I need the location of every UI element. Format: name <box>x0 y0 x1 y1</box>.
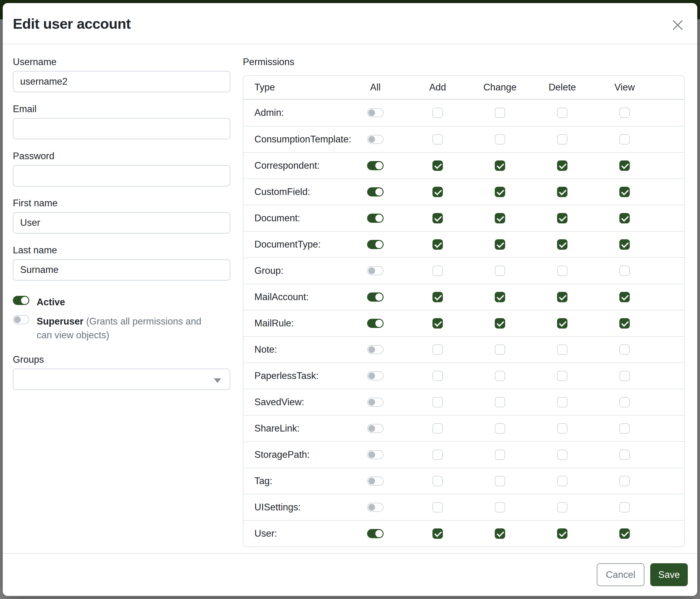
perm-all-toggle[interactable] <box>367 240 383 249</box>
superuser-toggle[interactable] <box>13 315 29 324</box>
perm-all-toggle[interactable] <box>367 161 383 170</box>
perm-delete-checkbox[interactable] <box>557 318 568 329</box>
perm-change-checkbox[interactable] <box>495 134 505 145</box>
perm-add-checkbox[interactable] <box>432 344 443 355</box>
perm-all-toggle[interactable] <box>367 529 383 538</box>
perm-delete-checkbox[interactable] <box>557 397 568 407</box>
perm-change-checkbox[interactable] <box>495 187 505 197</box>
active-toggle[interactable] <box>13 296 29 305</box>
perm-view-checkbox[interactable] <box>619 371 630 381</box>
first-name-input[interactable] <box>13 212 230 234</box>
perm-change-checkbox[interactable] <box>495 213 505 223</box>
perm-delete-checkbox[interactable] <box>557 476 568 486</box>
perm-delete-checkbox[interactable] <box>557 239 568 250</box>
perm-view-checkbox[interactable] <box>619 450 630 460</box>
perm-add-checkbox[interactable] <box>432 502 443 512</box>
perm-change-checkbox[interactable] <box>495 450 505 460</box>
perm-all-toggle[interactable] <box>367 214 383 223</box>
perm-delete-checkbox[interactable] <box>557 266 568 276</box>
email-input[interactable] <box>13 118 230 139</box>
perm-change-checkbox[interactable] <box>495 502 505 512</box>
perm-delete-checkbox[interactable] <box>557 502 568 512</box>
perm-delete-checkbox[interactable] <box>557 213 568 223</box>
perm-change-checkbox[interactable] <box>495 528 505 539</box>
perm-change-checkbox[interactable] <box>495 476 505 486</box>
perm-all-toggle[interactable] <box>367 503 383 512</box>
last-name-input[interactable] <box>13 259 230 281</box>
permission-cell-change <box>469 528 531 539</box>
perm-delete-checkbox[interactable] <box>557 292 568 302</box>
perm-add-checkbox[interactable] <box>432 107 443 118</box>
perm-all-toggle[interactable] <box>367 424 383 433</box>
groups-select[interactable] <box>13 368 230 390</box>
permission-cell-add <box>406 528 469 539</box>
perm-change-checkbox[interactable] <box>495 107 505 118</box>
username-input[interactable] <box>13 71 230 92</box>
perm-add-checkbox[interactable] <box>432 213 443 223</box>
perm-change-checkbox[interactable] <box>495 423 505 434</box>
perm-all-toggle[interactable] <box>367 135 383 144</box>
perm-change-checkbox[interactable] <box>495 239 505 250</box>
perm-delete-checkbox[interactable] <box>557 107 568 118</box>
perm-view-checkbox[interactable] <box>619 161 630 171</box>
perm-delete-checkbox[interactable] <box>557 371 568 381</box>
cancel-button[interactable]: Cancel <box>597 563 645 586</box>
perm-delete-checkbox[interactable] <box>557 161 568 171</box>
perm-view-checkbox[interactable] <box>619 239 630 250</box>
perm-view-checkbox[interactable] <box>619 266 630 276</box>
perm-all-toggle[interactable] <box>367 371 383 381</box>
perm-add-checkbox[interactable] <box>432 423 443 434</box>
column-header-delete: Delete <box>531 82 593 93</box>
perm-change-checkbox[interactable] <box>495 266 505 276</box>
perm-add-checkbox[interactable] <box>432 450 443 460</box>
perm-all-toggle[interactable] <box>367 345 383 354</box>
perm-all-toggle[interactable] <box>367 187 383 196</box>
perm-delete-checkbox[interactable] <box>557 187 568 197</box>
perm-view-checkbox[interactable] <box>619 213 630 223</box>
perm-view-checkbox[interactable] <box>619 292 630 302</box>
perm-change-checkbox[interactable] <box>495 161 505 171</box>
perm-delete-checkbox[interactable] <box>557 450 568 460</box>
perm-add-checkbox[interactable] <box>432 134 443 145</box>
perm-all-toggle[interactable] <box>367 319 383 328</box>
perm-delete-checkbox[interactable] <box>557 423 568 434</box>
perm-add-checkbox[interactable] <box>432 161 443 171</box>
perm-view-checkbox[interactable] <box>619 423 630 434</box>
perm-add-checkbox[interactable] <box>432 318 443 329</box>
perm-all-toggle[interactable] <box>367 398 383 407</box>
perm-all-toggle[interactable] <box>367 476 383 486</box>
password-input[interactable] <box>13 165 230 186</box>
perm-add-checkbox[interactable] <box>432 266 443 276</box>
perm-add-checkbox[interactable] <box>432 292 443 302</box>
perm-view-checkbox[interactable] <box>619 107 630 118</box>
perm-add-checkbox[interactable] <box>432 397 443 407</box>
permission-cell-view <box>593 107 656 118</box>
perm-all-toggle[interactable] <box>367 266 383 275</box>
perm-view-checkbox[interactable] <box>619 318 630 329</box>
perm-add-checkbox[interactable] <box>432 476 443 486</box>
perm-change-checkbox[interactable] <box>495 397 505 407</box>
save-button[interactable]: Save <box>650 563 688 586</box>
perm-add-checkbox[interactable] <box>432 239 443 250</box>
perm-view-checkbox[interactable] <box>619 502 630 512</box>
perm-delete-checkbox[interactable] <box>557 134 568 145</box>
perm-all-toggle[interactable] <box>367 292 383 302</box>
perm-add-checkbox[interactable] <box>432 187 443 197</box>
perm-all-toggle[interactable] <box>367 450 383 459</box>
perm-delete-checkbox[interactable] <box>557 344 568 355</box>
perm-view-checkbox[interactable] <box>619 397 630 407</box>
perm-all-toggle[interactable] <box>367 108 383 117</box>
perm-view-checkbox[interactable] <box>619 528 630 539</box>
perm-delete-checkbox[interactable] <box>557 528 568 539</box>
perm-add-checkbox[interactable] <box>432 528 443 539</box>
perm-view-checkbox[interactable] <box>619 134 630 145</box>
perm-change-checkbox[interactable] <box>495 318 505 329</box>
perm-change-checkbox[interactable] <box>495 344 505 355</box>
perm-view-checkbox[interactable] <box>619 187 630 197</box>
perm-view-checkbox[interactable] <box>619 476 630 486</box>
perm-add-checkbox[interactable] <box>432 371 443 381</box>
close-button[interactable] <box>669 17 686 33</box>
perm-view-checkbox[interactable] <box>619 344 630 355</box>
perm-change-checkbox[interactable] <box>495 292 505 302</box>
perm-change-checkbox[interactable] <box>495 371 505 381</box>
